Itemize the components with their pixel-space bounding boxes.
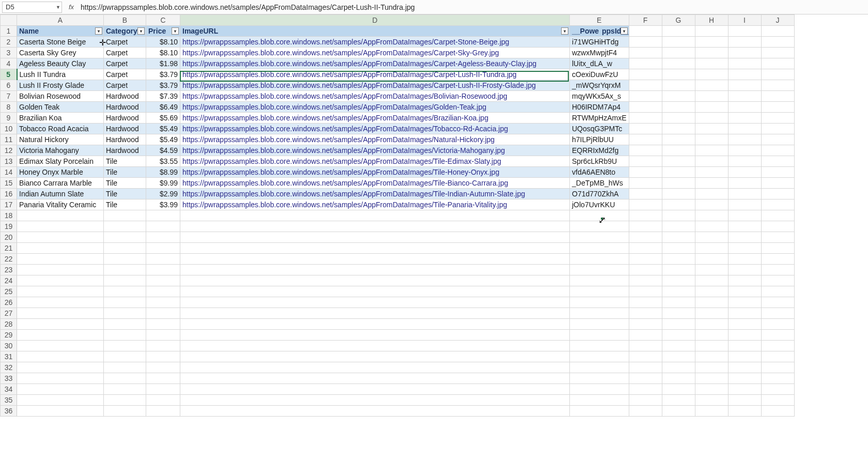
cell[interactable] bbox=[728, 243, 761, 254]
cell[interactable] bbox=[761, 37, 794, 48]
cell[interactable] bbox=[629, 275, 662, 286]
cell[interactable] bbox=[761, 102, 794, 113]
cell[interactable] bbox=[662, 124, 695, 134]
row-header-10[interactable]: 10 bbox=[1, 124, 17, 134]
cell-price[interactable]: $3.99 bbox=[146, 199, 180, 210]
cell-price[interactable]: $4.59 bbox=[146, 145, 180, 156]
cell[interactable] bbox=[728, 395, 761, 406]
row-header-14[interactable]: 14 bbox=[1, 167, 17, 178]
row-header-12[interactable]: 12 bbox=[1, 145, 17, 156]
cell[interactable] bbox=[180, 286, 570, 297]
header-D[interactable]: ImageURL▾ bbox=[180, 26, 570, 37]
cell[interactable] bbox=[695, 221, 728, 232]
cell[interactable] bbox=[662, 26, 695, 37]
cell-imageurl[interactable]: https://pwrappssamples.blob.core.windows… bbox=[180, 124, 570, 134]
row-header-21[interactable]: 21 bbox=[1, 243, 17, 254]
cell-imageurl[interactable]: https://pwrappssamples.blob.core.windows… bbox=[180, 91, 570, 102]
cell-imageurl[interactable]: https://pwrappssamples.blob.core.windows… bbox=[180, 113, 570, 124]
cell-price[interactable]: $3.79 bbox=[146, 80, 180, 91]
cell[interactable] bbox=[761, 167, 794, 178]
cell[interactable] bbox=[728, 384, 761, 395]
row-header-30[interactable]: 30 bbox=[1, 341, 17, 351]
cell-price[interactable]: $8.99 bbox=[146, 167, 180, 178]
cell[interactable] bbox=[662, 102, 695, 113]
cell-imageurl[interactable]: https://pwrappssamples.blob.core.windows… bbox=[180, 102, 570, 113]
cell[interactable] bbox=[629, 395, 662, 406]
cell[interactable] bbox=[180, 319, 570, 330]
cell[interactable] bbox=[570, 275, 629, 286]
cell[interactable] bbox=[180, 406, 570, 417]
cell[interactable] bbox=[695, 37, 728, 48]
cell[interactable] bbox=[570, 330, 629, 341]
cell[interactable] bbox=[146, 265, 180, 275]
row-header-9[interactable]: 9 bbox=[1, 113, 17, 124]
grid[interactable]: ABCDEFGHIJ1Name▾Category▾Price▾ImageURL▾… bbox=[0, 14, 795, 417]
cell[interactable] bbox=[728, 80, 761, 91]
cell[interactable] bbox=[146, 210, 180, 221]
row-header-17[interactable]: 17 bbox=[1, 199, 17, 210]
cell[interactable] bbox=[629, 330, 662, 341]
cell[interactable] bbox=[728, 113, 761, 124]
cell[interactable] bbox=[761, 178, 794, 189]
cell[interactable] bbox=[695, 189, 728, 199]
cell[interactable] bbox=[695, 341, 728, 351]
cell[interactable] bbox=[146, 286, 180, 297]
cell[interactable] bbox=[629, 406, 662, 417]
cell-imageurl[interactable]: https://pwrappssamples.blob.core.windows… bbox=[180, 145, 570, 156]
cell[interactable] bbox=[570, 373, 629, 384]
cell[interactable] bbox=[662, 221, 695, 232]
cell[interactable] bbox=[146, 362, 180, 373]
cell[interactable] bbox=[629, 26, 662, 37]
cell[interactable] bbox=[629, 91, 662, 102]
cell[interactable] bbox=[146, 308, 180, 319]
row-header-31[interactable]: 31 bbox=[1, 351, 17, 362]
cell[interactable] bbox=[728, 265, 761, 275]
cell[interactable] bbox=[728, 275, 761, 286]
cell[interactable] bbox=[662, 265, 695, 275]
header-A[interactable]: Name▾ bbox=[17, 26, 104, 37]
cell[interactable] bbox=[629, 134, 662, 145]
cell[interactable] bbox=[570, 319, 629, 330]
cell[interactable] bbox=[629, 80, 662, 91]
cell-category[interactable]: Hardwood bbox=[104, 134, 146, 145]
cell[interactable] bbox=[570, 232, 629, 243]
cell[interactable] bbox=[662, 254, 695, 265]
cell[interactable] bbox=[662, 319, 695, 330]
cell[interactable] bbox=[629, 58, 662, 69]
cell[interactable] bbox=[695, 384, 728, 395]
fx-icon[interactable]: fx bbox=[65, 3, 78, 11]
row-header-4[interactable]: 4 bbox=[1, 58, 17, 69]
cell[interactable] bbox=[104, 395, 146, 406]
row-header-20[interactable]: 20 bbox=[1, 232, 17, 243]
cell[interactable] bbox=[180, 265, 570, 275]
cell-category[interactable]: Carpet bbox=[104, 48, 146, 58]
cell[interactable] bbox=[662, 145, 695, 156]
cell[interactable] bbox=[761, 265, 794, 275]
cell[interactable] bbox=[662, 297, 695, 308]
cell[interactable] bbox=[761, 199, 794, 210]
cell[interactable] bbox=[570, 341, 629, 351]
cell[interactable] bbox=[180, 221, 570, 232]
cell-name[interactable]: Bolivian Rosewood bbox=[17, 91, 104, 102]
cell-id[interactable]: mqyWKx5Ax_s bbox=[570, 91, 629, 102]
name-box[interactable]: D5 ▼ bbox=[2, 2, 62, 13]
cell[interactable] bbox=[695, 58, 728, 69]
cell-category[interactable]: Tile bbox=[104, 189, 146, 199]
cell[interactable] bbox=[761, 156, 794, 167]
row-header-16[interactable]: 16 bbox=[1, 189, 17, 199]
cell[interactable] bbox=[17, 286, 104, 297]
cell[interactable] bbox=[629, 199, 662, 210]
cell-id[interactable]: H06IRDM7Ap4 bbox=[570, 102, 629, 113]
cell[interactable] bbox=[695, 297, 728, 308]
cell[interactable] bbox=[695, 406, 728, 417]
cell[interactable] bbox=[17, 265, 104, 275]
cell[interactable] bbox=[180, 275, 570, 286]
cell-name[interactable]: Caserta Sky Grey bbox=[17, 48, 104, 58]
cell[interactable] bbox=[629, 265, 662, 275]
cell[interactable] bbox=[629, 113, 662, 124]
cell[interactable] bbox=[104, 286, 146, 297]
cell[interactable] bbox=[570, 243, 629, 254]
cell[interactable] bbox=[629, 297, 662, 308]
cell-price[interactable]: $3.79 bbox=[146, 69, 180, 80]
cell[interactable] bbox=[104, 232, 146, 243]
